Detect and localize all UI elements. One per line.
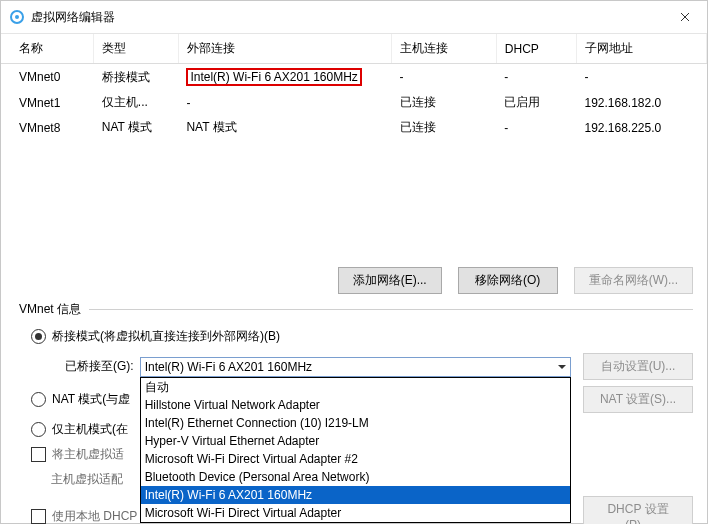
table-cell: 已连接 — [392, 90, 497, 115]
table-cell: - — [576, 64, 706, 91]
host-adapter-line2: 主机虚拟适配 — [51, 471, 123, 488]
col-header[interactable]: 主机连接 — [392, 34, 497, 64]
dropdown-option[interactable]: Hyper-V Virtual Ethernet Adapter — [141, 432, 570, 450]
table-cell: 仅主机... — [94, 90, 179, 115]
col-header[interactable]: 子网地址 — [576, 34, 706, 64]
table-cell: NAT 模式 — [178, 115, 391, 140]
table-cell: 192.168.225.0 — [576, 115, 706, 140]
nat-radio[interactable] — [31, 392, 46, 407]
host-adapter-checkbox[interactable] — [31, 447, 46, 462]
close-icon — [680, 12, 690, 22]
vmnet-info-section: VMnet 信息 桥接模式(将虚拟机直接连接到外部网络)(B) 已桥接至(G):… — [19, 301, 693, 524]
table-cell: VMnet8 — [1, 115, 94, 140]
bridged-to-label: 已桥接至(G): — [65, 358, 134, 375]
section-header: VMnet 信息 — [19, 301, 693, 318]
host-adapter-label: 将主机虚拟适 — [52, 446, 124, 463]
bridge-radio[interactable] — [31, 329, 46, 344]
col-header[interactable]: 名称 — [1, 34, 94, 64]
table-cell: NAT 模式 — [94, 115, 179, 140]
col-header[interactable]: DHCP — [496, 34, 576, 64]
hostonly-radio[interactable] — [31, 422, 46, 437]
remove-network-button[interactable]: 移除网络(O) — [458, 267, 558, 294]
bridged-to-combo[interactable]: Intel(R) Wi-Fi 6 AX201 160MHz — [140, 357, 571, 377]
bridge-radio-label: 桥接模式(将虚拟机直接连接到外部网络)(B) — [52, 328, 280, 345]
table-cell: 桥接模式 — [94, 64, 179, 91]
table-row[interactable]: VMnet8NAT 模式NAT 模式已连接-192.168.225.0 — [1, 115, 707, 140]
table-buttons: 添加网络(E)... 移除网络(O) 重命名网络(W)... — [15, 267, 693, 294]
table-cell: 已连接 — [392, 115, 497, 140]
dropdown-option[interactable]: Microsoft Wi-Fi Direct Virtual Adapter — [141, 504, 570, 522]
networks-table[interactable]: 名称类型外部连接主机连接DHCP子网地址 VMnet0桥接模式Intel(R) … — [1, 34, 707, 140]
table-cell: - — [178, 90, 391, 115]
bridged-to-dropdown[interactable]: 自动Hillstone Virtual Network AdapterIntel… — [140, 377, 571, 523]
dropdown-option[interactable]: Hillstone Virtual Network Adapter — [141, 396, 570, 414]
col-header[interactable]: 类型 — [94, 34, 179, 64]
table-cell: 192.168.182.0 — [576, 90, 706, 115]
svg-point-1 — [15, 15, 19, 19]
dropdown-option[interactable]: Intel(R) Ethernet Connection (10) I219-L… — [141, 414, 570, 432]
add-network-button[interactable]: 添加网络(E)... — [338, 267, 442, 294]
table-row[interactable]: VMnet0桥接模式Intel(R) Wi-Fi 6 AX201 160MHz-… — [1, 64, 707, 91]
close-button[interactable] — [662, 1, 707, 33]
bridged-to-row: 已桥接至(G): Intel(R) Wi-Fi 6 AX201 160MHz 自… — [65, 353, 693, 380]
titlebar: 虚拟网络编辑器 — [1, 1, 707, 34]
app-icon — [9, 9, 25, 25]
dhcp-checkbox[interactable] — [31, 509, 46, 524]
window-root: 虚拟网络编辑器 名称类型外部连接主机连接DHCP子网地址 VMnet0桥接模式I… — [0, 0, 708, 524]
col-header[interactable]: 外部连接 — [178, 34, 391, 64]
dropdown-option[interactable]: Microsoft Wi-Fi Direct Virtual Adapter #… — [141, 450, 570, 468]
table-cell: VMnet0 — [1, 64, 94, 91]
hostonly-radio-label: 仅主机模式(在 — [52, 421, 128, 438]
nat-radio-label: NAT 模式(与虚 — [52, 391, 130, 408]
rename-network-button[interactable]: 重命名网络(W)... — [574, 267, 693, 294]
table-cell: - — [392, 64, 497, 91]
dhcp-settings-button[interactable]: DHCP 设置(P)... — [583, 496, 693, 524]
bridged-to-selected: Intel(R) Wi-Fi 6 AX201 160MHz — [145, 360, 312, 374]
table-cell: - — [496, 115, 576, 140]
dropdown-option[interactable]: 自动 — [141, 378, 570, 396]
auto-settings-button[interactable]: 自动设置(U)... — [583, 353, 693, 380]
table-cell: - — [496, 64, 576, 91]
nat-settings-button[interactable]: NAT 设置(S)... — [583, 386, 693, 413]
dropdown-option[interactable]: Intel(R) Wi-Fi 6 AX201 160MHz — [141, 486, 570, 504]
dropdown-option[interactable]: Bluetooth Device (Personal Area Network) — [141, 468, 570, 486]
table-cell: VMnet1 — [1, 90, 94, 115]
section-divider — [89, 309, 693, 310]
table-cell: Intel(R) Wi-Fi 6 AX201 160MHz — [178, 64, 391, 91]
section-title: VMnet 信息 — [19, 301, 81, 318]
table-row[interactable]: VMnet1仅主机...-已连接已启用192.168.182.0 — [1, 90, 707, 115]
bridge-radio-row[interactable]: 桥接模式(将虚拟机直接连接到外部网络)(B) — [31, 328, 693, 345]
table-cell: 已启用 — [496, 90, 576, 115]
window-title: 虚拟网络编辑器 — [31, 9, 115, 26]
